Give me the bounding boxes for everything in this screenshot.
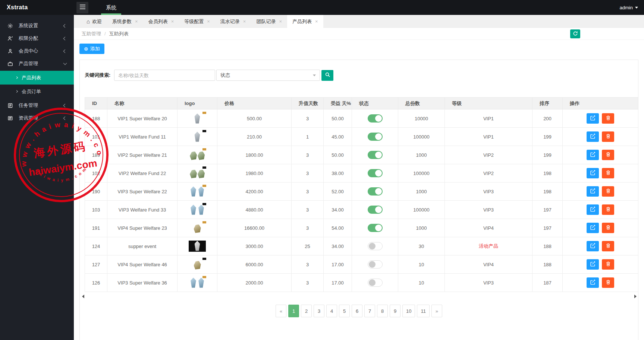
edit-button[interactable]: [587, 186, 599, 197]
page-next[interactable]: »: [431, 305, 442, 317]
delete-button[interactable]: [602, 150, 614, 160]
trash-icon: [606, 279, 611, 286]
status-toggle[interactable]: [368, 114, 383, 123]
page-5[interactable]: 5: [339, 305, 350, 317]
tab-close-icon[interactable]: ×: [243, 19, 246, 24]
sidebar-item-permission-assign[interactable]: 权限分配: [0, 32, 74, 45]
sidebar-item-system-settings[interactable]: 系统设置: [0, 19, 74, 32]
tab-system-params[interactable]: 系统参数×: [107, 15, 143, 28]
edit-icon: [590, 261, 596, 268]
delete-button[interactable]: [602, 113, 614, 124]
sidebar-item-product-management[interactable]: 产品管理: [0, 57, 74, 70]
sidebar-toggle-button[interactable]: [76, 2, 88, 13]
user-menu[interactable]: admin: [620, 5, 638, 10]
page-2[interactable]: 2: [301, 305, 312, 317]
sidebar-item-product-list[interactable]: 产品列表: [0, 71, 74, 85]
page-7[interactable]: 7: [364, 305, 375, 317]
column-header: 受益 天%: [324, 98, 352, 109]
tab-welcome[interactable]: ⌂欢迎: [81, 15, 107, 28]
edit-button[interactable]: [587, 150, 599, 160]
toggle-knob: [375, 115, 382, 122]
status-toggle[interactable]: [368, 187, 383, 196]
add-button[interactable]: ⊕ 添加: [79, 44, 104, 54]
product-logo: [189, 112, 206, 124]
delete-button[interactable]: [602, 277, 614, 288]
scroll-left-arrow-icon[interactable]: [82, 295, 84, 298]
cell-profit: 45.00: [324, 128, 352, 146]
delete-button[interactable]: [602, 131, 614, 142]
edit-button[interactable]: [587, 259, 599, 270]
page-6[interactable]: 6: [352, 305, 362, 317]
status-toggle[interactable]: [368, 242, 383, 250]
edit-button[interactable]: [587, 204, 599, 215]
tab-close-icon[interactable]: ×: [135, 19, 138, 24]
logo-badge: [202, 148, 206, 150]
trash-icon: [606, 243, 611, 250]
edit-button[interactable]: [587, 113, 599, 124]
tab-product-list[interactable]: 产品列表×: [287, 15, 323, 28]
delete-button[interactable]: [602, 259, 614, 270]
sidebar-item-label: 任务管理: [19, 102, 64, 109]
page-prev[interactable]: «: [276, 305, 286, 317]
cell-name: VIP4 Super Welfare 23: [107, 219, 178, 237]
tab-team-records[interactable]: 团队记录×: [251, 15, 287, 28]
edit-icon: [590, 133, 596, 140]
page-1[interactable]: 1: [288, 305, 299, 317]
toggle-knob: [375, 225, 382, 231]
page-3[interactable]: 3: [314, 305, 324, 317]
page-8[interactable]: 8: [377, 305, 388, 317]
delete-button[interactable]: [602, 168, 614, 178]
cell-actions: [563, 109, 638, 128]
topnav-system[interactable]: 系统: [96, 0, 126, 15]
cell-price: 2000.00: [217, 274, 292, 292]
search-button[interactable]: [321, 70, 333, 81]
page-9[interactable]: 9: [390, 305, 400, 317]
keyword-input[interactable]: [114, 70, 215, 81]
edit-button[interactable]: [587, 168, 599, 178]
tab-close-icon[interactable]: ×: [207, 19, 210, 24]
tab-level-config[interactable]: 等级配置×: [179, 15, 215, 28]
tab-close-icon[interactable]: ×: [171, 19, 174, 24]
status-toggle[interactable]: [368, 224, 383, 232]
tab-flow-records[interactable]: 流水记录×: [215, 15, 251, 28]
delete-button[interactable]: [602, 186, 614, 197]
tab-close-icon[interactable]: ×: [315, 19, 318, 24]
edit-button[interactable]: [587, 223, 599, 233]
delete-button[interactable]: [602, 204, 614, 215]
status-toggle[interactable]: [368, 151, 383, 159]
delete-button[interactable]: [602, 241, 614, 251]
breadcrumb-parent[interactable]: 互助管理: [82, 31, 101, 37]
status-select[interactable]: 状态: [216, 70, 320, 81]
page-11[interactable]: 11: [417, 305, 430, 317]
page-10[interactable]: 10: [402, 305, 415, 317]
sidebar-item-task-management[interactable]: 任务管理: [0, 99, 74, 112]
cell-name: VIP3 Welfare Fund 33: [107, 201, 178, 219]
tab-member-list[interactable]: 会员列表×: [143, 15, 179, 28]
column-header: 操作: [563, 98, 638, 109]
edit-button[interactable]: [587, 131, 599, 142]
main-area: ⌂欢迎系统参数×会员列表×等级配置×流水记录×团队记录×产品列表× 互助管理 /…: [74, 15, 644, 340]
status-toggle[interactable]: [368, 279, 383, 287]
cell-status: [352, 274, 398, 292]
sidebar-item-news-management[interactable]: 资讯管理: [0, 112, 74, 124]
cell-profit: 17.00: [324, 274, 352, 292]
cell-price: 500.00: [217, 109, 292, 128]
sidebar-item-member-center[interactable]: 会员中心: [0, 45, 74, 57]
edit-button[interactable]: [587, 277, 599, 288]
logo-shape: [190, 278, 197, 288]
cell-name: VIP1 Super Welfare 20: [107, 109, 178, 128]
logo-shape: [198, 187, 205, 197]
cell-id: 103: [85, 201, 107, 219]
status-toggle[interactable]: [368, 133, 383, 141]
scroll-right-arrow-icon[interactable]: [634, 295, 637, 298]
sidebar-item-member-orders[interactable]: 会员订单: [0, 85, 74, 98]
cell-sort: 199: [533, 146, 563, 164]
status-toggle[interactable]: [368, 206, 383, 214]
status-toggle[interactable]: [368, 260, 383, 268]
status-toggle[interactable]: [368, 169, 383, 177]
refresh-button[interactable]: [570, 29, 580, 38]
edit-button[interactable]: [587, 241, 599, 251]
page-4[interactable]: 4: [326, 305, 337, 317]
tab-close-icon[interactable]: ×: [279, 19, 282, 24]
delete-button[interactable]: [602, 223, 614, 233]
